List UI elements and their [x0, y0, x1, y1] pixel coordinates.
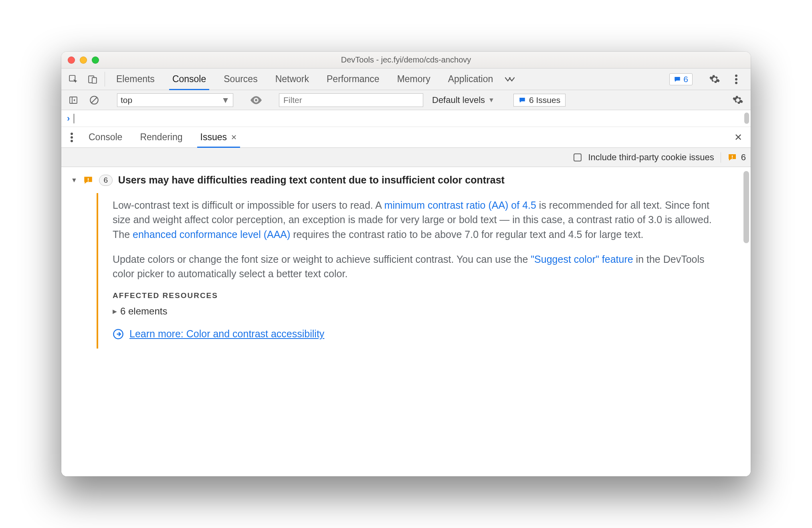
disclosure-triangle-icon: ▶ — [113, 308, 117, 314]
text-caret — [74, 114, 74, 123]
issue-title: Users may have difficulties reading text… — [118, 174, 505, 186]
include-third-party-label: Include third-party cookie issues — [588, 152, 714, 163]
comment-icon — [674, 76, 681, 83]
console-settings-icon[interactable] — [729, 95, 747, 106]
issues-body: ▼ 6 Users may have difficulties reading … — [61, 167, 751, 476]
settings-icon[interactable] — [706, 74, 723, 85]
drawer-tab-console[interactable]: Console — [80, 127, 131, 147]
filter-input[interactable] — [279, 93, 423, 107]
close-window-button[interactable] — [68, 56, 75, 64]
close-tab-icon[interactable]: ✕ — [231, 133, 237, 142]
tab-network[interactable]: Network — [267, 69, 318, 90]
issues-badge[interactable]: 6 — [669, 73, 693, 85]
issue-count-badge: 6 — [99, 175, 113, 186]
titlebar: DevTools - jec.fyi/demo/cds-anchovy — [61, 52, 751, 69]
link-aa-ratio[interactable]: minimum contrast ratio (AA) of 4.5 — [384, 200, 536, 211]
more-tabs-icon[interactable] — [502, 69, 518, 90]
minimize-window-button[interactable] — [80, 56, 87, 64]
affected-resources-heading: AFFECTED RESOURCES — [113, 291, 714, 300]
affected-resources-row[interactable]: ▶ 6 elements — [113, 306, 714, 317]
svg-line-8 — [92, 97, 97, 103]
main-tabstrip: Elements Console Sources Network Perform… — [61, 69, 751, 90]
learn-more-link[interactable]: Learn more: Color and contrast accessibi… — [129, 328, 324, 340]
issue-item: ▼ 6 Users may have difficulties reading … — [61, 167, 751, 349]
issue-paragraph: Update colors or change the font size or… — [113, 252, 714, 281]
svg-point-4 — [735, 78, 737, 81]
issues-summary-chip[interactable]: 6 Issues — [513, 94, 566, 107]
inspect-element-icon[interactable] — [64, 69, 83, 90]
svg-rect-16 — [88, 181, 89, 181]
drawer-tab-issues[interactable]: Issues ✕ — [192, 127, 246, 147]
tab-performance[interactable]: Performance — [318, 69, 388, 90]
issue-paragraph: Low-contrast text is difficult or imposs… — [113, 198, 714, 242]
device-toolbar-icon[interactable] — [83, 69, 102, 90]
console-prompt[interactable]: › — [61, 110, 751, 127]
tab-application[interactable]: Application — [439, 69, 502, 90]
link-aaa-level[interactable]: enhanced conformance level (AAA) — [133, 229, 290, 240]
svg-rect-13 — [732, 155, 733, 157]
include-third-party-checkbox[interactable] — [574, 153, 582, 161]
execution-context-select[interactable]: top ▼ — [117, 93, 233, 107]
zoom-window-button[interactable] — [92, 56, 99, 64]
scrollbar-thumb[interactable] — [744, 113, 749, 124]
devtools-window: DevTools - jec.fyi/demo/cds-anchovy Elem… — [61, 52, 751, 476]
issues-toolbar: Include third-party cookie issues 6 — [61, 148, 751, 167]
learn-more-row: Learn more: Color and contrast accessibi… — [113, 328, 714, 340]
svg-point-3 — [735, 75, 737, 77]
svg-point-12 — [71, 140, 73, 142]
console-sidebar-toggle-icon[interactable] — [65, 93, 81, 107]
svg-point-10 — [71, 133, 73, 135]
tab-console[interactable]: Console — [164, 69, 215, 90]
svg-point-11 — [71, 136, 73, 139]
traffic-lights — [68, 56, 99, 64]
svg-rect-14 — [732, 158, 733, 159]
disclosure-triangle-icon[interactable]: ▼ — [71, 177, 77, 184]
svg-rect-2 — [92, 77, 97, 83]
log-level-select[interactable]: Default levels ▼ — [428, 95, 499, 105]
total-issues-indicator: 6 — [721, 152, 746, 163]
issue-detail: Low-contrast text is difficult or imposs… — [97, 193, 714, 349]
live-expression-icon[interactable] — [248, 96, 264, 104]
svg-rect-15 — [88, 178, 89, 180]
tab-sources[interactable]: Sources — [215, 69, 266, 90]
comment-icon — [519, 97, 526, 104]
tabstrip-right: 6 — [669, 69, 748, 90]
issue-header[interactable]: ▼ 6 Users may have difficulties reading … — [71, 174, 741, 186]
warning-icon — [727, 153, 737, 162]
window-title: DevTools - jec.fyi/demo/cds-anchovy — [61, 55, 751, 64]
drawer-tab-rendering[interactable]: Rendering — [131, 127, 191, 147]
chevron-down-icon: ▼ — [488, 97, 495, 104]
tab-memory[interactable]: Memory — [388, 69, 439, 90]
clear-console-icon[interactable] — [86, 93, 102, 107]
console-toolbar: top ▼ Default levels ▼ 6 Issues — [61, 90, 751, 110]
arrow-in-circle-icon — [113, 328, 124, 340]
scrollbar-thumb[interactable] — [743, 171, 749, 243]
tab-elements[interactable]: Elements — [107, 69, 164, 90]
svg-point-5 — [735, 82, 737, 84]
chevron-down-icon: ▼ — [221, 95, 230, 105]
warning-icon — [83, 175, 93, 185]
close-drawer-icon[interactable]: ✕ — [728, 127, 748, 147]
more-options-icon[interactable] — [727, 74, 745, 85]
separator — [105, 72, 105, 87]
svg-point-9 — [255, 99, 257, 101]
prompt-chevron-icon: › — [67, 113, 70, 124]
link-suggest-color[interactable]: "Suggest color" feature — [531, 254, 633, 265]
drawer-tabstrip: Console Rendering Issues ✕ ✕ — [61, 127, 751, 148]
drawer-menu-icon[interactable] — [64, 127, 80, 147]
